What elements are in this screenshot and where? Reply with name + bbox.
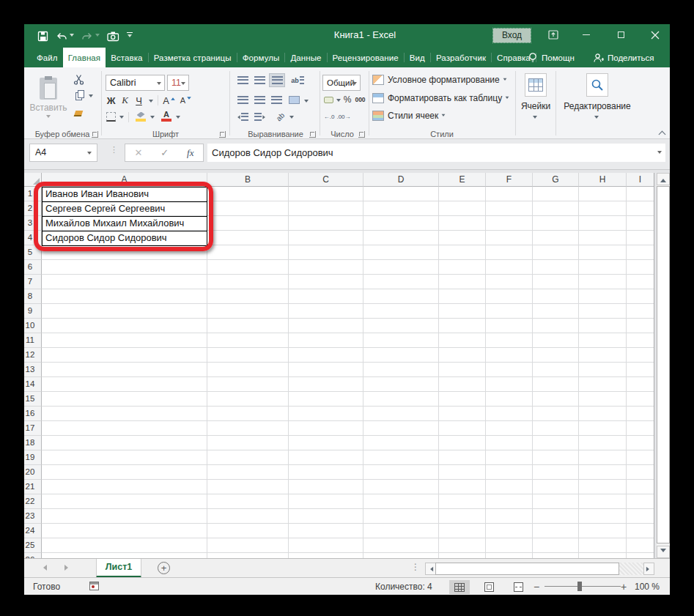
cells-button[interactable] — [525, 73, 547, 97]
maximize-button[interactable] — [610, 24, 632, 45]
editing-group-button-label[interactable]: Редактирование — [564, 101, 630, 111]
column-header-E[interactable]: E — [439, 173, 486, 187]
vertical-scrollbar[interactable] — [657, 173, 670, 558]
ribbon-tab-1[interactable]: Файл — [32, 48, 63, 67]
align-middle-button[interactable] — [252, 74, 267, 86]
expand-formula-bar-icon[interactable] — [657, 151, 662, 156]
redo-button[interactable] — [81, 31, 100, 42]
format-as-table-button[interactable]: Форматировать как таблицу — [372, 92, 509, 104]
grow-font-button[interactable]: А — [163, 94, 176, 107]
undo-button[interactable] — [56, 31, 74, 42]
next-sheet-arrow[interactable] — [64, 565, 71, 571]
column-header-B[interactable]: B — [207, 173, 289, 187]
percent-style-button[interactable]: % — [342, 93, 352, 105]
camera-icon[interactable] — [107, 31, 119, 42]
paste-button[interactable]: Вставить — [29, 73, 67, 125]
insert-function-icon[interactable]: fx — [187, 147, 193, 159]
name-box[interactable]: A4 — [29, 144, 97, 162]
ribbon-tab-2[interactable]: Главная — [63, 48, 106, 67]
vertical-scroll-thumb[interactable] — [657, 186, 670, 543]
page-layout-view-button[interactable] — [479, 580, 499, 594]
ribbon-tab-6[interactable]: Данные — [285, 48, 326, 67]
row-header-22[interactable]: 22 — [24, 494, 42, 509]
share-button[interactable]: Поделиться — [593, 48, 654, 67]
ribbon-tab-9[interactable]: Разработчик — [431, 48, 491, 67]
underline-button[interactable]: Ч — [133, 94, 144, 107]
increase-decimal-button[interactable]: ←.0 — [322, 111, 336, 122]
find-select-button[interactable] — [586, 73, 608, 97]
ribbon-tab-3[interactable]: Вставка — [106, 48, 147, 67]
horizontal-scroll-thumb[interactable] — [435, 563, 619, 575]
format-painter-button[interactable] — [70, 107, 86, 119]
font-name-combo[interactable]: Calibri — [106, 75, 165, 91]
conditional-formatting-button[interactable]: Условное форматирование — [372, 74, 507, 86]
number-dialog-launcher[interactable] — [358, 131, 365, 138]
alignment-dialog-launcher[interactable] — [309, 131, 316, 138]
align-left-button[interactable] — [235, 94, 250, 106]
scroll-right-arrow[interactable] — [643, 563, 654, 575]
row-header-7[interactable]: 7 — [24, 275, 42, 289]
macro-record-icon[interactable] — [89, 582, 99, 590]
cells-group-button-label[interactable]: Ячейки — [521, 101, 550, 111]
prev-sheet-arrow[interactable] — [40, 565, 47, 571]
row-header-8[interactable]: 8 — [24, 289, 42, 304]
comma-style-button[interactable]: 000 — [352, 93, 368, 105]
row-header-24[interactable]: 24 — [24, 524, 42, 538]
decrease-indent-button[interactable] — [235, 111, 250, 123]
column-header-C[interactable]: C — [289, 173, 363, 187]
row-header-26[interactable]: 26 — [24, 553, 42, 558]
row-header-9[interactable]: 9 — [24, 304, 42, 319]
accounting-format-button[interactable] — [322, 94, 335, 105]
save-icon[interactable] — [37, 31, 48, 42]
row-header-10[interactable]: 10 — [24, 319, 42, 333]
increase-indent-button[interactable] — [253, 111, 267, 123]
fill-color-button[interactable] — [134, 111, 147, 122]
zoom-in-button[interactable]: + — [621, 581, 627, 593]
font-size-combo[interactable]: 11 — [167, 75, 189, 91]
copy-button[interactable] — [70, 90, 86, 103]
font-dialog-launcher[interactable] — [219, 131, 226, 138]
minimize-button[interactable] — [575, 24, 597, 45]
merge-center-button[interactable] — [287, 94, 301, 106]
row-header-23[interactable]: 23 — [24, 509, 42, 524]
align-right-button[interactable] — [269, 94, 284, 106]
normal-view-button[interactable] — [449, 580, 470, 594]
scroll-up-arrow[interactable] — [657, 173, 670, 185]
help-tab[interactable]: Помощн — [528, 48, 575, 67]
cell-styles-button[interactable]: Стили ячеек — [372, 110, 446, 122]
row-header-25[interactable]: 25 — [24, 538, 42, 553]
zoom-level[interactable]: 100 % — [635, 582, 660, 592]
ribbon-tab-8[interactable]: Вид — [405, 48, 430, 67]
align-center-button[interactable] — [252, 94, 267, 106]
column-header-I[interactable]: I — [627, 173, 654, 187]
row-header-16[interactable]: 16 — [24, 407, 42, 421]
column-header-D[interactable]: D — [363, 173, 439, 187]
zoom-out-button[interactable]: − — [534, 581, 539, 593]
ribbon-tab-7[interactable]: Рецензирование — [328, 48, 404, 67]
cut-button[interactable] — [70, 73, 86, 86]
customize-qat-icon[interactable] — [127, 32, 133, 40]
font-color-button[interactable]: А — [160, 111, 172, 122]
page-break-view-button[interactable] — [508, 580, 528, 594]
column-header-G[interactable]: G — [533, 173, 579, 187]
collapse-ribbon-button[interactable] — [660, 130, 666, 137]
row-header-6[interactable]: 6 — [24, 260, 42, 275]
zoom-slider-thumb[interactable] — [577, 582, 582, 591]
scroll-left-arrow[interactable] — [425, 563, 436, 575]
wrap-text-button[interactable]: ab — [289, 74, 306, 86]
close-button[interactable] — [644, 24, 666, 45]
cancel-icon[interactable]: ✕ — [134, 147, 142, 158]
italic-button[interactable]: К — [119, 94, 130, 107]
row-header-20[interactable]: 20 — [24, 465, 42, 480]
row-header-14[interactable]: 14 — [24, 377, 42, 392]
bold-button[interactable]: Ж — [105, 94, 117, 107]
clipboard-dialog-launcher[interactable] — [92, 131, 98, 138]
zoom-slider-track[interactable] — [545, 586, 621, 587]
sheet-tab[interactable]: Лист1 — [96, 559, 141, 578]
row-header-11[interactable]: 11 — [24, 333, 42, 348]
align-bottom-button[interactable] — [269, 73, 285, 87]
orientation-button[interactable]: ab — [273, 111, 288, 123]
align-top-button[interactable] — [235, 74, 250, 86]
decrease-decimal-button[interactable]: .00→ — [337, 111, 350, 122]
namebox-splitter[interactable]: ⋮ — [110, 145, 118, 155]
